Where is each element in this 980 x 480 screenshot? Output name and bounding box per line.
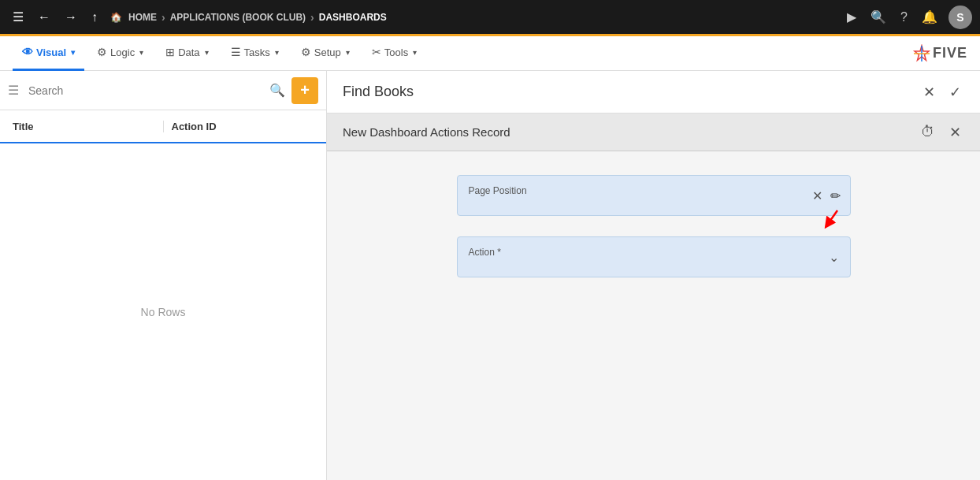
find-books-close-button[interactable]: ✕ [920,80,938,104]
tab-visual[interactable]: 👁 Visual ▾ [13,36,84,71]
second-navigation: 👁 Visual ▾ ⚙ Logic ▾ ⊞ Data ▾ ☰ Tasks ▾ … [0,36,980,71]
breadcrumb-separator-2: › [310,11,314,24]
svg-line-4 [828,210,837,224]
five-logo-icon [912,44,931,63]
tab-logic[interactable]: ⚙ Logic ▾ [87,36,153,71]
add-button[interactable]: + [291,77,318,104]
column-title: Title [13,121,164,132]
tab-visual-label: Visual [36,47,66,58]
tab-tasks[interactable]: ☰ Tasks ▾ [221,36,288,71]
play-icon[interactable]: ▶ [844,6,859,28]
tab-logic-label: Logic [110,47,135,58]
tasks-icon: ☰ [231,46,241,58]
tab-tasks-label: Tasks [244,47,270,58]
record-title: New Dashboard Actions Record [343,125,918,139]
tab-data-label: Data [178,47,199,58]
setup-icon: ⚙ [301,46,311,58]
logic-chevron: ▾ [139,48,143,57]
home-label[interactable]: HOME [128,12,157,23]
action-field: Action * ⌄ [457,236,851,277]
no-rows-label: No Rows [0,143,326,480]
search-nav-icon[interactable]: 🔍 [867,6,889,28]
tasks-chevron: ▾ [275,48,279,57]
right-panel: Find Books ✕ ✓ New Dashboard Actions Rec… [327,71,980,480]
page-position-edit-button[interactable]: ✏ [829,187,842,205]
avatar[interactable]: S [948,6,972,29]
breadcrumb: 🏠 HOME › APPLICATIONS (BOOK CLUB) › DASH… [110,11,387,24]
data-chevron: ▾ [205,48,209,57]
table-header: Title Action ID [0,110,326,143]
help-icon[interactable]: ? [897,7,911,28]
tab-tools-label: Tools [384,47,408,58]
search-bar: ☰ 🔍 + [0,71,326,110]
data-icon: ⊞ [165,46,175,58]
visual-icon: 👁 [22,46,33,58]
action-dropdown-icon[interactable]: ⌄ [829,250,839,265]
record-close-button[interactable]: ✕ [946,121,964,144]
visual-chevron: ▾ [71,48,75,57]
bell-icon[interactable]: 🔔 [919,6,941,28]
find-books-bar: Find Books ✕ ✓ [327,71,980,113]
back-icon[interactable]: ← [33,7,55,28]
page-position-clear-button[interactable]: ✕ [811,187,824,205]
column-action-id: Action ID [164,121,314,132]
find-books-actions: ✕ ✓ [920,80,964,104]
search-icon[interactable]: 🔍 [269,83,285,98]
hamburger-icon[interactable]: ☰ [8,83,19,98]
record-bar: New Dashboard Actions Record ⏱ ✕ [327,113,980,151]
left-panel: ☰ 🔍 + Title Action ID No Rows [0,71,327,480]
find-books-title: Find Books [343,84,920,100]
tools-chevron: ▾ [413,48,417,57]
form-area: Page Position ✕ ✏ [327,151,980,480]
search-input[interactable] [25,81,263,100]
forward-icon[interactable]: → [60,7,82,28]
five-logo: FIVE [912,44,967,63]
breadcrumb-app[interactable]: APPLICATIONS (BOOK CLUB) [170,12,306,23]
record-actions: ⏱ ✕ [918,121,964,144]
five-brand-text: FIVE [933,45,967,61]
home-icon: 🏠 [110,12,122,23]
red-arrow-annotation [822,207,845,233]
main-content: ☰ 🔍 + Title Action ID No Rows Find Books… [0,71,980,480]
page-position-label: Page Position [469,185,839,196]
record-history-button[interactable]: ⏱ [918,121,938,143]
breadcrumb-dashboards[interactable]: DASHBOARDS [319,12,387,23]
page-position-field: Page Position ✕ ✏ [457,175,851,216]
menu-icon[interactable]: ☰ [8,6,28,28]
top-nav-right: ▶ 🔍 ? 🔔 S [844,6,972,29]
tab-tools[interactable]: ✂ Tools ▾ [362,36,426,71]
up-icon[interactable]: ↑ [87,7,102,28]
setup-chevron: ▾ [346,48,350,57]
tools-icon: ✂ [372,46,381,58]
tab-setup-label: Setup [314,47,341,58]
tab-data[interactable]: ⊞ Data ▾ [156,36,217,71]
tab-setup[interactable]: ⚙ Setup ▾ [291,36,359,71]
breadcrumb-separator-1: › [161,11,165,24]
search-input-wrapper [25,81,263,100]
top-navigation: ☰ ← → ↑ 🏠 HOME › APPLICATIONS (BOOK CLUB… [0,0,980,36]
logic-icon: ⚙ [97,46,107,58]
action-label: Action * [469,247,839,258]
find-books-check-button[interactable]: ✓ [946,80,964,104]
page-position-field-actions: ✕ ✏ [811,187,842,205]
